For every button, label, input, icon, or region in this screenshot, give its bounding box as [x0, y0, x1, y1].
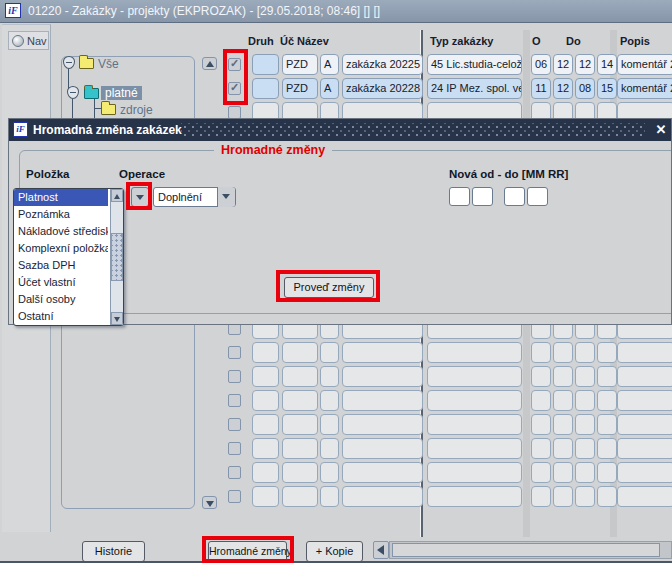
- row-field-popis[interactable]: komentář 202: [617, 78, 672, 99]
- listbox-item[interactable]: Platnost: [14, 189, 108, 206]
- row-field-nazev[interactable]: [342, 438, 423, 459]
- row-field-popis[interactable]: [617, 438, 672, 459]
- row-field-typ[interactable]: 45 Lic.studia-celož: [427, 54, 522, 75]
- row-field-druh[interactable]: [282, 438, 318, 459]
- row-field-typ[interactable]: [427, 366, 522, 387]
- row-field-do1[interactable]: [575, 414, 595, 435]
- row-field-o1[interactable]: [531, 462, 551, 483]
- listbox-item[interactable]: Poznámka: [14, 206, 108, 223]
- row-field-typ[interactable]: [427, 438, 522, 459]
- row-field-nazev[interactable]: [342, 366, 423, 387]
- row-field-typ[interactable]: [427, 342, 522, 363]
- row-field-spacer[interactable]: [252, 54, 279, 75]
- row-checkbox[interactable]: [228, 490, 241, 503]
- row-field-do2[interactable]: [597, 462, 617, 483]
- nova-do-rr-input[interactable]: [527, 187, 548, 206]
- row-field-typ[interactable]: [427, 462, 522, 483]
- hscroll-left-button[interactable]: [373, 541, 389, 559]
- row-field-druh[interactable]: [282, 414, 318, 435]
- row-field-uc[interactable]: [320, 390, 339, 411]
- listbox-item[interactable]: Účet vlastní: [14, 274, 108, 291]
- row-field-o1[interactable]: 11: [531, 78, 551, 99]
- listbox-scrollbar[interactable]: [110, 189, 123, 325]
- row-field-do1[interactable]: [575, 342, 595, 363]
- row-field-o2[interactable]: 12: [553, 78, 573, 99]
- listbox-item[interactable]: Komplexní položka: [14, 240, 108, 257]
- row-field-o1[interactable]: [531, 438, 551, 459]
- row-field-o2[interactable]: [553, 462, 573, 483]
- row-checkbox[interactable]: [228, 442, 241, 455]
- row-field-o1[interactable]: [531, 390, 551, 411]
- row-field-o1[interactable]: 06: [531, 54, 551, 75]
- row-checkbox[interactable]: [228, 370, 241, 383]
- listbox-item[interactable]: Nákladové středisko: [14, 223, 108, 240]
- row-field-druh[interactable]: [282, 486, 318, 507]
- row-field-popis[interactable]: [617, 390, 672, 411]
- row-field-o1[interactable]: [531, 342, 551, 363]
- nova-od-rr-input[interactable]: [472, 187, 493, 206]
- row-field-uc[interactable]: A: [320, 54, 339, 75]
- row-field-nazev[interactable]: [342, 462, 423, 483]
- row-field-druh[interactable]: PZD: [282, 78, 318, 99]
- row-field-o2[interactable]: [553, 342, 573, 363]
- row-field-druh[interactable]: [282, 462, 318, 483]
- row-field-uc[interactable]: [320, 486, 339, 507]
- row-checkbox[interactable]: [228, 394, 241, 407]
- scroll-up-button[interactable]: [111, 189, 123, 202]
- nova-do-mm-input[interactable]: [504, 187, 525, 206]
- scrollbar-thumb[interactable]: [111, 233, 123, 281]
- row-field-o1[interactable]: [531, 366, 551, 387]
- row-field-do1[interactable]: [575, 390, 595, 411]
- row-field-do2[interactable]: [597, 390, 617, 411]
- row-field-o2[interactable]: [553, 414, 573, 435]
- row-field-spacer[interactable]: [252, 78, 279, 99]
- row-field-typ[interactable]: [427, 414, 522, 435]
- row-field-do2[interactable]: 14: [597, 54, 617, 75]
- row-field-o1[interactable]: [531, 486, 551, 507]
- scrollbar-thumb[interactable]: [392, 543, 660, 557]
- row-field-nazev[interactable]: [342, 390, 423, 411]
- row-field-uc[interactable]: A: [320, 78, 339, 99]
- row-field-druh[interactable]: [282, 342, 318, 363]
- row-field-nazev[interactable]: zakázka 20228: [342, 78, 423, 99]
- row-field-do2[interactable]: [597, 438, 617, 459]
- row-field-spacer[interactable]: [252, 486, 279, 507]
- row-field-do2[interactable]: [597, 486, 617, 507]
- row-field-do1[interactable]: [575, 366, 595, 387]
- row-field-spacer[interactable]: [252, 462, 279, 483]
- nova-od-mm-input[interactable]: [449, 187, 470, 206]
- dialog-titlebar[interactable]: iF Hromadná změna zakázek ✕: [9, 119, 671, 141]
- row-field-do1[interactable]: 08: [575, 78, 595, 99]
- row-field-typ[interactable]: 24 IP Mez. spol. ve: [427, 78, 522, 99]
- row-field-uc[interactable]: [320, 342, 339, 363]
- kopie-button[interactable]: + Kopie: [306, 541, 363, 562]
- row-field-popis[interactable]: [617, 486, 672, 507]
- row-field-uc[interactable]: [320, 462, 339, 483]
- row-field-popis[interactable]: [617, 414, 672, 435]
- row-field-popis[interactable]: komentář 202: [617, 54, 672, 75]
- row-field-nazev[interactable]: [342, 342, 423, 363]
- hromadne-zmeny-button[interactable]: Hromadné změny: [208, 541, 287, 562]
- row-checkbox[interactable]: [228, 418, 241, 431]
- polozka-dropdown-button[interactable]: [131, 187, 149, 207]
- row-field-o2[interactable]: [553, 486, 573, 507]
- row-field-nazev[interactable]: zakázka 20225: [342, 54, 423, 75]
- row-checkbox[interactable]: [228, 466, 241, 479]
- listbox-item[interactable]: Sazba DPH: [14, 257, 108, 274]
- row-field-do1[interactable]: [575, 486, 595, 507]
- listbox-item[interactable]: Ostatní: [14, 308, 108, 325]
- row-field-do2[interactable]: [597, 342, 617, 363]
- row-checkbox[interactable]: [228, 346, 241, 359]
- row-field-do1[interactable]: [575, 462, 595, 483]
- horizontal-scrollbar[interactable]: [389, 541, 672, 559]
- close-icon[interactable]: ✕: [653, 122, 669, 138]
- row-field-do2[interactable]: [597, 414, 617, 435]
- row-field-do1[interactable]: 12: [575, 54, 595, 75]
- row-field-spacer[interactable]: [252, 366, 279, 387]
- row-field-popis[interactable]: [617, 462, 672, 483]
- operace-dropdown-button[interactable]: [217, 187, 235, 207]
- row-field-o2[interactable]: [553, 366, 573, 387]
- row-field-popis[interactable]: [617, 342, 672, 363]
- row-field-popis[interactable]: [617, 366, 672, 387]
- row-field-uc[interactable]: [320, 366, 339, 387]
